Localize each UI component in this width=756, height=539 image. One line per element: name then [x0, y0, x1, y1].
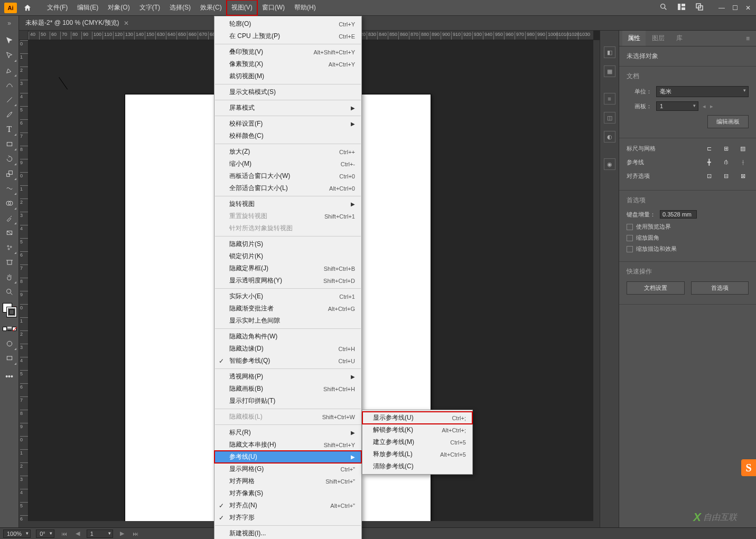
- menu-entry[interactable]: 缩小(M)Ctrl+-: [214, 158, 361, 170]
- curvature-tool[interactable]: [2, 78, 17, 92]
- guides-lock-icon[interactable]: ⫛: [720, 157, 732, 167]
- menu-item[interactable]: 对象(O): [103, 0, 134, 15]
- direct-selection-tool[interactable]: [2, 49, 17, 62]
- menu-entry[interactable]: 显示实时上色间隙: [214, 315, 361, 327]
- doc-setup-button[interactable]: 文档设置: [627, 281, 685, 295]
- guides-show-icon[interactable]: ╋: [703, 157, 715, 167]
- dock-appearance-icon[interactable]: ◉: [604, 158, 615, 170]
- menu-entry[interactable]: 标尺(R)▶: [214, 427, 361, 439]
- gradient-tool[interactable]: [2, 226, 17, 240]
- menu-entry[interactable]: 参考线(U)▶: [214, 451, 361, 463]
- ruler-origin[interactable]: [19, 31, 29, 40]
- menu-entry[interactable]: 智能参考线(Q)Ctrl+U: [214, 355, 361, 367]
- menu-entry[interactable]: 对齐点(N)Alt+Ctrl+": [214, 499, 361, 512]
- nav-last-icon[interactable]: ⏭: [131, 531, 140, 537]
- search-icon[interactable]: [659, 3, 668, 13]
- hand-tool[interactable]: [2, 270, 17, 284]
- workspace-icon[interactable]: [695, 3, 704, 13]
- maximize-icon[interactable]: ☐: [732, 4, 738, 12]
- checkbox-preview-bounds[interactable]: 使用预览边界: [627, 223, 749, 231]
- menu-entry[interactable]: 对齐字形: [214, 512, 361, 524]
- artboard-tool[interactable]: [2, 256, 17, 269]
- type-tool[interactable]: T: [2, 122, 17, 136]
- transparency-grid-icon[interactable]: ▨: [737, 144, 749, 153]
- menu-item[interactable]: 效果(C): [195, 0, 227, 15]
- screen-mode-icon[interactable]: [2, 352, 17, 365]
- menu-item[interactable]: 视图(V): [227, 0, 257, 15]
- submenu-entry[interactable]: 清除参考线(C): [362, 460, 472, 472]
- menu-entry[interactable]: 旋转视图▶: [214, 198, 361, 210]
- menu-item[interactable]: 选择(S): [165, 0, 195, 15]
- menu-entry[interactable]: 全部适合窗口大小(L)Alt+Ctrl+0: [214, 182, 361, 194]
- symbol-sprayer-tool[interactable]: [2, 241, 17, 254]
- tab-libraries[interactable]: 库: [671, 31, 688, 46]
- menu-entry[interactable]: 校样设置(F)▶: [214, 118, 361, 130]
- artboard-prev-icon[interactable]: ◂: [703, 103, 706, 110]
- smart-guides-icon[interactable]: ⟊: [737, 157, 749, 167]
- snap-glyph-icon[interactable]: ⊠: [737, 171, 749, 181]
- document-tab[interactable]: 未标题-2* @ 100 % (CMYK/预览) ✕: [19, 16, 135, 30]
- color-mode-row[interactable]: [2, 322, 17, 336]
- menu-entry[interactable]: 隐藏边角构件(W): [214, 330, 361, 343]
- rotate-tool[interactable]: [2, 152, 17, 166]
- pen-tool[interactable]: [2, 63, 17, 77]
- rectangle-tool[interactable]: [2, 137, 17, 151]
- menu-entry[interactable]: 实际大小(E)Ctrl+1: [214, 290, 361, 302]
- minimize-icon[interactable]: —: [718, 4, 725, 12]
- menu-entry[interactable]: 隐藏边缘(D)Ctrl+H: [214, 343, 361, 355]
- key-increment-field[interactable]: [660, 210, 697, 219]
- tab-properties[interactable]: 属性: [622, 31, 646, 46]
- menu-entry[interactable]: 校样颜色(C): [214, 130, 361, 142]
- nav-prev-icon[interactable]: ◀: [74, 530, 81, 537]
- sogou-ime-icon[interactable]: S: [741, 459, 756, 476]
- submenu-entry[interactable]: 解锁参考线(K)Alt+Ctrl+;: [362, 424, 472, 436]
- menu-item[interactable]: 编辑(E): [72, 0, 103, 15]
- dock-stroke-icon[interactable]: ≡: [604, 93, 615, 105]
- submenu-entry[interactable]: 建立参考线(M)Ctrl+5: [362, 436, 472, 448]
- menu-entry[interactable]: 锁定切片(K): [214, 250, 361, 262]
- submenu-entry[interactable]: 释放参考线(L)Alt+Ctrl+5: [362, 448, 472, 460]
- checkbox-scale-strokes[interactable]: 缩放描边和效果: [627, 245, 749, 253]
- menu-entry[interactable]: 显示打印拼贴(T): [214, 395, 361, 407]
- menu-entry[interactable]: 隐藏渐变批注者Alt+Ctrl+G: [214, 302, 361, 315]
- scale-tool[interactable]: [2, 167, 17, 181]
- close-icon[interactable]: ✕: [745, 4, 751, 12]
- menu-entry[interactable]: 显示文稿模式(S): [214, 86, 361, 98]
- ruler-icon[interactable]: ⊏: [703, 144, 715, 153]
- menu-item[interactable]: 帮助(H): [290, 0, 321, 15]
- edit-toolbar-icon[interactable]: •••: [2, 370, 17, 383]
- menu-entry[interactable]: 轮廓(O)Ctrl+Y: [214, 18, 361, 30]
- menu-item[interactable]: 窗口(W): [257, 0, 290, 15]
- panel-toggle-icon[interactable]: »: [7, 20, 11, 27]
- selection-tool[interactable]: [2, 34, 17, 48]
- menu-entry[interactable]: 隐藏文本串接(H)Shift+Ctrl+Y: [214, 439, 361, 451]
- width-tool[interactable]: [2, 182, 17, 195]
- dock-gradient-icon[interactable]: ◫: [604, 112, 615, 124]
- checkbox-scale-corners[interactable]: 缩放圆角: [627, 234, 749, 242]
- artboard-nav-select[interactable]: 1: [87, 529, 113, 538]
- edit-artboard-button[interactable]: 编辑画板: [707, 115, 749, 128]
- draw-mode-icon[interactable]: [2, 337, 17, 351]
- ruler-vertical[interactable]: 01234567890123456789012345678901234567: [19, 40, 29, 521]
- menu-entry[interactable]: 显示透明度网格(Y)Shift+Ctrl+D: [214, 275, 361, 287]
- artboard-select[interactable]: 1: [656, 101, 698, 111]
- shape-builder-tool[interactable]: [2, 196, 17, 210]
- submenu-entry[interactable]: 显示参考线(U)Ctrl+;: [362, 412, 472, 424]
- unit-select[interactable]: 毫米: [656, 86, 749, 97]
- zoom-select[interactable]: 100%: [3, 529, 31, 538]
- menu-entry[interactable]: 画板适合窗口大小(W)Ctrl+0: [214, 170, 361, 182]
- menu-entry[interactable]: 裁切视图(M): [214, 70, 361, 82]
- menu-entry[interactable]: 显示网格(G)Ctrl+": [214, 463, 361, 475]
- menu-entry[interactable]: 对齐像素(S): [214, 487, 361, 499]
- menu-entry[interactable]: 屏幕模式▶: [214, 102, 361, 114]
- tab-close-icon[interactable]: ✕: [124, 20, 129, 27]
- drawn-path[interactable]: [59, 77, 72, 90]
- menu-entry[interactable]: 透视网格(P)▶: [214, 371, 361, 383]
- menu-entry[interactable]: 新建视图(I)...: [214, 527, 361, 539]
- line-tool[interactable]: [2, 93, 17, 107]
- rotate-select[interactable]: 0°: [36, 529, 54, 538]
- scrollbar-vertical[interactable]: [593, 40, 600, 521]
- home-icon[interactable]: [21, 2, 34, 14]
- grid-icon[interactable]: ⊞: [720, 144, 732, 153]
- menu-item[interactable]: 文字(T): [135, 0, 165, 15]
